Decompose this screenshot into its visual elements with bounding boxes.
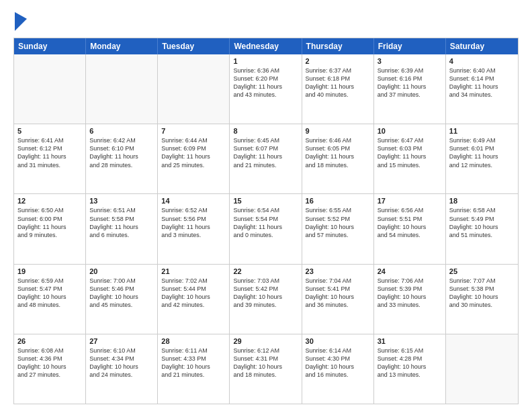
calendar-cell: 20Sunrise: 7:00 AM Sunset: 5:46 PM Dayli… <box>86 265 158 334</box>
calendar-cell: 25Sunrise: 7:07 AM Sunset: 5:38 PM Dayli… <box>446 265 518 334</box>
calendar-cell: 18Sunrise: 6:58 AM Sunset: 5:49 PM Dayli… <box>446 194 518 263</box>
day-info: Sunrise: 7:06 AM Sunset: 5:39 PM Dayligh… <box>378 277 442 310</box>
day-number: 23 <box>306 267 370 275</box>
day-info: Sunrise: 6:50 AM Sunset: 6:00 PM Dayligh… <box>17 206 82 239</box>
calendar-row: 5Sunrise: 6:41 AM Sunset: 6:12 PM Daylig… <box>14 124 518 194</box>
day-info: Sunrise: 6:39 AM Sunset: 6:16 PM Dayligh… <box>378 66 442 99</box>
day-number: 31 <box>378 337 442 345</box>
day-number: 24 <box>378 267 442 275</box>
calendar-cell: 10Sunrise: 6:47 AM Sunset: 6:03 PM Dayli… <box>374 124 446 193</box>
day-number: 30 <box>306 337 370 345</box>
calendar-cell: 15Sunrise: 6:54 AM Sunset: 5:54 PM Dayli… <box>230 194 302 263</box>
day-number: 7 <box>161 127 226 135</box>
day-number: 29 <box>233 337 298 345</box>
calendar-cell: 30Sunrise: 6:14 AM Sunset: 4:30 PM Dayli… <box>302 334 374 404</box>
logo-icon <box>15 12 27 31</box>
calendar-page: SundayMondayTuesdayWednesdayThursdayFrid… <box>0 0 532 411</box>
calendar-cell: 4Sunrise: 6:40 AM Sunset: 6:14 PM Daylig… <box>446 54 518 124</box>
day-info: Sunrise: 7:00 AM Sunset: 5:46 PM Dayligh… <box>89 277 154 310</box>
day-info: Sunrise: 6:14 AM Sunset: 4:30 PM Dayligh… <box>306 347 370 379</box>
calendar-cell: 16Sunrise: 6:55 AM Sunset: 5:52 PM Dayli… <box>302 194 374 263</box>
day-info: Sunrise: 6:10 AM Sunset: 4:34 PM Dayligh… <box>89 347 154 379</box>
calendar-cell: 19Sunrise: 6:59 AM Sunset: 5:47 PM Dayli… <box>14 265 86 334</box>
day-info: Sunrise: 6:42 AM Sunset: 6:10 PM Dayligh… <box>89 136 154 169</box>
day-info: Sunrise: 7:04 AM Sunset: 5:41 PM Dayligh… <box>306 277 370 310</box>
weekday-header: Tuesday <box>158 38 230 54</box>
weekday-header: Thursday <box>302 38 374 54</box>
calendar-header: SundayMondayTuesdayWednesdayThursdayFrid… <box>14 38 518 54</box>
calendar-cell: 23Sunrise: 7:04 AM Sunset: 5:41 PM Dayli… <box>302 265 374 334</box>
calendar-cell: 24Sunrise: 7:06 AM Sunset: 5:39 PM Dayli… <box>374 265 446 334</box>
day-number: 5 <box>17 127 82 135</box>
calendar-cell: 28Sunrise: 6:11 AM Sunset: 4:33 PM Dayli… <box>158 334 230 404</box>
day-number: 4 <box>449 57 515 65</box>
calendar-cell: 29Sunrise: 6:12 AM Sunset: 4:31 PM Dayli… <box>230 334 302 404</box>
day-info: Sunrise: 6:36 AM Sunset: 6:20 PM Dayligh… <box>233 66 298 99</box>
day-info: Sunrise: 6:59 AM Sunset: 5:47 PM Dayligh… <box>17 277 82 310</box>
day-info: Sunrise: 6:11 AM Sunset: 4:33 PM Dayligh… <box>161 347 226 379</box>
calendar-cell <box>158 54 230 124</box>
weekday-header: Friday <box>374 38 446 54</box>
calendar-cell: 21Sunrise: 7:02 AM Sunset: 5:44 PM Dayli… <box>158 265 230 334</box>
day-info: Sunrise: 6:51 AM Sunset: 5:58 PM Dayligh… <box>89 206 154 239</box>
calendar-cell: 11Sunrise: 6:49 AM Sunset: 6:01 PM Dayli… <box>446 124 518 193</box>
calendar-row: 19Sunrise: 6:59 AM Sunset: 5:47 PM Dayli… <box>14 265 518 334</box>
calendar-cell: 9Sunrise: 6:46 AM Sunset: 6:05 PM Daylig… <box>302 124 374 193</box>
calendar-row: 1Sunrise: 6:36 AM Sunset: 6:20 PM Daylig… <box>14 54 518 124</box>
calendar-cell <box>446 334 518 404</box>
day-number: 8 <box>233 127 298 135</box>
weekday-header: Sunday <box>14 38 86 54</box>
day-number: 21 <box>161 267 226 275</box>
calendar-row: 12Sunrise: 6:50 AM Sunset: 6:00 PM Dayli… <box>14 194 518 264</box>
day-number: 27 <box>89 337 154 345</box>
day-number: 10 <box>378 127 442 135</box>
day-number: 19 <box>17 267 82 275</box>
calendar-cell: 8Sunrise: 6:45 AM Sunset: 6:07 PM Daylig… <box>230 124 302 193</box>
day-number: 1 <box>233 57 298 65</box>
day-info: Sunrise: 6:46 AM Sunset: 6:05 PM Dayligh… <box>306 136 370 169</box>
day-info: Sunrise: 6:58 AM Sunset: 5:49 PM Dayligh… <box>449 206 515 239</box>
day-number: 9 <box>306 127 370 135</box>
day-info: Sunrise: 6:52 AM Sunset: 5:56 PM Dayligh… <box>161 206 226 239</box>
calendar-cell: 27Sunrise: 6:10 AM Sunset: 4:34 PM Dayli… <box>86 334 158 404</box>
day-number: 15 <box>233 197 298 205</box>
day-info: Sunrise: 6:49 AM Sunset: 6:01 PM Dayligh… <box>449 136 515 169</box>
day-info: Sunrise: 7:07 AM Sunset: 5:38 PM Dayligh… <box>449 277 515 310</box>
weekday-header: Wednesday <box>230 38 302 54</box>
day-number: 3 <box>378 57 442 65</box>
header <box>13 12 519 31</box>
day-number: 22 <box>233 267 298 275</box>
calendar-cell: 12Sunrise: 6:50 AM Sunset: 6:00 PM Dayli… <box>14 194 86 263</box>
day-number: 17 <box>378 197 442 205</box>
day-number: 26 <box>17 337 82 345</box>
day-info: Sunrise: 6:41 AM Sunset: 6:12 PM Dayligh… <box>17 136 82 169</box>
day-info: Sunrise: 7:02 AM Sunset: 5:44 PM Dayligh… <box>161 277 226 310</box>
day-info: Sunrise: 6:45 AM Sunset: 6:07 PM Dayligh… <box>233 136 298 169</box>
day-info: Sunrise: 6:37 AM Sunset: 6:18 PM Dayligh… <box>306 66 370 99</box>
day-info: Sunrise: 6:15 AM Sunset: 4:28 PM Dayligh… <box>378 347 442 379</box>
day-info: Sunrise: 6:47 AM Sunset: 6:03 PM Dayligh… <box>378 136 442 169</box>
day-info: Sunrise: 6:40 AM Sunset: 6:14 PM Dayligh… <box>449 66 515 99</box>
day-info: Sunrise: 7:03 AM Sunset: 5:42 PM Dayligh… <box>233 277 298 310</box>
day-info: Sunrise: 6:55 AM Sunset: 5:52 PM Dayligh… <box>306 206 370 239</box>
calendar-cell: 17Sunrise: 6:56 AM Sunset: 5:51 PM Dayli… <box>374 194 446 263</box>
weekday-header: Monday <box>86 38 158 54</box>
calendar-cell: 6Sunrise: 6:42 AM Sunset: 6:10 PM Daylig… <box>86 124 158 193</box>
day-number: 28 <box>161 337 226 345</box>
day-number: 13 <box>89 197 154 205</box>
calendar-cell: 13Sunrise: 6:51 AM Sunset: 5:58 PM Dayli… <box>86 194 158 263</box>
day-number: 16 <box>306 197 370 205</box>
weekday-header: Saturday <box>446 38 518 54</box>
day-number: 11 <box>449 127 515 135</box>
calendar-cell: 26Sunrise: 6:08 AM Sunset: 4:36 PM Dayli… <box>14 334 86 404</box>
day-info: Sunrise: 6:44 AM Sunset: 6:09 PM Dayligh… <box>161 136 226 169</box>
calendar-cell <box>14 54 86 124</box>
svg-marker-0 <box>15 12 27 31</box>
day-info: Sunrise: 6:08 AM Sunset: 4:36 PM Dayligh… <box>17 347 82 379</box>
calendar-cell: 5Sunrise: 6:41 AM Sunset: 6:12 PM Daylig… <box>14 124 86 193</box>
calendar-cell: 14Sunrise: 6:52 AM Sunset: 5:56 PM Dayli… <box>158 194 230 263</box>
calendar-cell: 3Sunrise: 6:39 AM Sunset: 6:16 PM Daylig… <box>374 54 446 124</box>
calendar-cell: 7Sunrise: 6:44 AM Sunset: 6:09 PM Daylig… <box>158 124 230 193</box>
calendar-cell: 22Sunrise: 7:03 AM Sunset: 5:42 PM Dayli… <box>230 265 302 334</box>
day-info: Sunrise: 6:12 AM Sunset: 4:31 PM Dayligh… <box>233 347 298 379</box>
